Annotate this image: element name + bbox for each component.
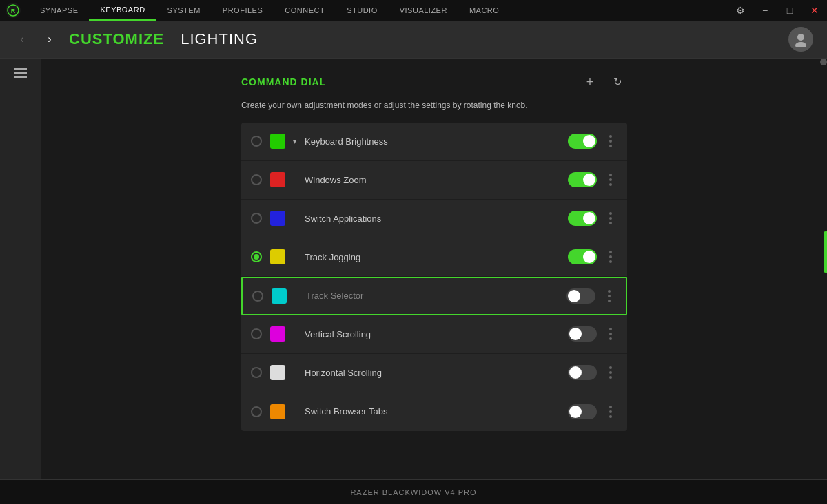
dial-item-label: Switch Browser Tabs (305, 406, 568, 417)
tab-macro[interactable]: MACRO (458, 0, 510, 21)
dial-item-horizontal-scrolling: Horizontal Scrolling (241, 354, 627, 392)
dial-item-windows-zoom: Windows Zoom (241, 161, 627, 200)
toggle-horizontal-scrolling[interactable] (568, 365, 597, 380)
dial-item-label: Keyboard Brightness (305, 136, 568, 147)
dots-menu-track-selector[interactable] (602, 290, 616, 302)
color-swatch-switch-browser-tabs[interactable] (270, 404, 285, 419)
dots-menu-windows-zoom[interactable] (604, 174, 617, 186)
svg-point-2 (797, 34, 804, 41)
nav-tabs: SYNAPSE KEYBOARD SYSTEM PROFILES CONNECT… (29, 0, 510, 21)
radio-track-jogging[interactable] (251, 251, 262, 262)
user-avatar[interactable] (788, 27, 813, 52)
dial-item-switch-browser-tabs: Switch Browser Tabs (241, 392, 627, 431)
tab-studio[interactable]: STUDIO (336, 0, 389, 21)
tab-synapse[interactable]: SYNAPSE (29, 0, 89, 21)
radio-keyboard-brightness[interactable] (251, 136, 262, 147)
svg-point-3 (795, 42, 806, 47)
close-button[interactable]: ✕ (808, 5, 821, 16)
toggle-knob (583, 135, 595, 147)
title-bar: R SYNAPSE KEYBOARD SYSTEM PROFILES CONNE… (0, 0, 827, 21)
color-swatch-switch-applications[interactable] (270, 211, 285, 226)
color-swatch-keyboard-brightness[interactable]: ▾ (270, 134, 285, 149)
secondary-bar: ‹ › CUSTOMIZE LIGHTING (0, 21, 827, 59)
razer-logo: R (6, 3, 21, 18)
back-arrow[interactable]: ‹ (14, 33, 30, 45)
toggle-knob (568, 290, 580, 302)
dots-menu-switch-browser-tabs[interactable] (604, 406, 617, 418)
tab-keyboard[interactable]: KEYBOARD (89, 0, 156, 21)
toggle-knob (583, 174, 595, 186)
dial-item-vertical-scrolling: Vertical Scrolling (241, 315, 627, 354)
dots-menu-keyboard-brightness[interactable] (604, 135, 617, 147)
status-bar: RAZER BLACKWIDOW V4 PRO (0, 479, 827, 504)
radio-track-selector[interactable] (252, 291, 263, 302)
dial-item-label: Horizontal Scrolling (305, 368, 568, 378)
toggle-keyboard-brightness[interactable] (568, 134, 597, 149)
command-dial-wrapper: COMMAND DIAL + ↻ Create your own adjustm… (241, 59, 627, 445)
toggle-knob (569, 406, 582, 418)
forward-arrow[interactable]: › (41, 33, 58, 45)
dial-item-switch-applications: Switch Applications (241, 200, 627, 238)
settings-button[interactable]: ⚙ (733, 5, 747, 16)
page-subtitle: LIGHTING (181, 30, 258, 48)
toggle-track-jogging[interactable] (568, 249, 597, 264)
refresh-dial-button[interactable]: ↻ (608, 72, 627, 92)
command-dial-description: Create your own adjustment modes or adju… (241, 100, 627, 112)
dots-menu-switch-applications[interactable] (604, 212, 617, 224)
dial-panel: ▾ Keyboard Brightness (241, 123, 627, 431)
toggle-knob (583, 212, 595, 224)
secondary-bar-left: ‹ › CUSTOMIZE LIGHTING (14, 30, 258, 48)
color-swatch-track-jogging[interactable] (270, 249, 285, 264)
toggle-vertical-scrolling[interactable] (568, 326, 597, 342)
dropdown-arrow-icon[interactable]: ▾ (293, 138, 296, 145)
main-content: COMMAND DIAL + ↻ Create your own adjustm… (0, 59, 827, 504)
dial-item-track-selector: Track Selector (241, 277, 627, 315)
add-dial-button[interactable]: + (580, 72, 600, 92)
minimize-button[interactable]: − (758, 5, 772, 16)
tab-connect[interactable]: CONNECT (274, 0, 336, 21)
hamburger-menu[interactable] (14, 68, 27, 78)
command-dial-header: COMMAND DIAL + ↻ (241, 72, 627, 92)
dial-item-label: Vertical Scrolling (305, 329, 568, 339)
sidebar (0, 59, 41, 504)
title-bar-right: ⚙ − □ ✕ (733, 5, 821, 16)
device-name: RAZER BLACKWIDOW V4 PRO (350, 488, 476, 496)
toggle-track-selector[interactable] (566, 288, 595, 304)
radio-vertical-scrolling[interactable] (251, 328, 262, 339)
dial-item-label: Switch Applications (305, 213, 568, 224)
content-panel: COMMAND DIAL + ↻ Create your own adjustm… (41, 59, 827, 504)
radio-switch-browser-tabs[interactable] (251, 406, 262, 417)
dots-menu-track-jogging[interactable] (604, 251, 617, 263)
title-bar-left: R SYNAPSE KEYBOARD SYSTEM PROFILES CONNE… (6, 0, 510, 21)
maximize-button[interactable]: □ (783, 5, 797, 16)
radio-horizontal-scrolling[interactable] (251, 367, 262, 378)
tab-visualizer[interactable]: VISUALIZER (389, 0, 458, 21)
dial-item-label: Track Jogging (305, 252, 568, 262)
toggle-knob (569, 366, 582, 379)
dots-menu-vertical-scrolling[interactable] (604, 328, 617, 340)
page-title: CUSTOMIZE (69, 30, 164, 48)
toggle-knob (583, 251, 595, 263)
dial-item-keyboard-brightness: ▾ Keyboard Brightness (241, 123, 627, 161)
right-accent (824, 231, 827, 273)
toggle-windows-zoom[interactable] (568, 172, 597, 187)
tab-system[interactable]: SYSTEM (156, 0, 212, 21)
radio-windows-zoom[interactable] (251, 174, 262, 185)
dial-item-label: Track Selector (306, 291, 566, 301)
dial-item-track-jogging: Track Jogging (241, 238, 627, 277)
color-swatch-vertical-scrolling[interactable] (270, 326, 285, 342)
radio-switch-applications[interactable] (251, 213, 262, 224)
corner-accent (820, 59, 827, 65)
svg-text:R: R (11, 8, 16, 14)
toggle-switch-browser-tabs[interactable] (568, 404, 597, 419)
dial-item-label: Windows Zoom (305, 175, 568, 185)
toggle-switch-applications[interactable] (568, 211, 597, 226)
color-swatch-track-selector[interactable] (272, 288, 287, 304)
color-swatch-windows-zoom[interactable] (270, 172, 285, 187)
command-dial-actions: + ↻ (580, 72, 627, 92)
color-swatch-horizontal-scrolling[interactable] (270, 365, 285, 380)
command-dial-title: COMMAND DIAL (241, 76, 326, 87)
dots-menu-horizontal-scrolling[interactable] (604, 366, 617, 379)
tab-profiles[interactable]: PROFILES (212, 0, 274, 21)
toggle-knob (569, 328, 582, 340)
